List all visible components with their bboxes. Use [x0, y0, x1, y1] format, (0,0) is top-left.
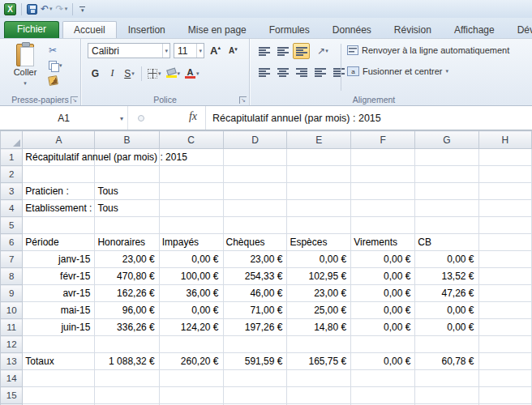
- cell-E4[interactable]: [287, 200, 351, 217]
- cell-A11[interactable]: juin-15: [23, 319, 95, 336]
- cell-D1[interactable]: [223, 149, 287, 166]
- cell-C5[interactable]: [159, 217, 223, 234]
- cell-G2[interactable]: [415, 166, 478, 183]
- redo-button[interactable]: ↷▾: [56, 4, 68, 14]
- cell-E5[interactable]: [287, 217, 351, 234]
- formula-bar-splitter[interactable]: [138, 115, 144, 122]
- column-header-C[interactable]: C: [159, 131, 223, 149]
- cell-B13[interactable]: 1 088,32 €: [95, 353, 159, 370]
- row-header-14[interactable]: 14: [1, 370, 23, 387]
- cell-C10[interactable]: 0,00 €: [159, 302, 223, 319]
- cell-C2[interactable]: [159, 166, 223, 183]
- cell-E15[interactable]: [287, 387, 351, 404]
- cell-H13[interactable]: [478, 353, 531, 370]
- cell-A7[interactable]: janv-15: [23, 251, 95, 268]
- align-right-button[interactable]: [293, 64, 310, 80]
- cell-A8[interactable]: févr-15: [23, 268, 95, 285]
- cell-E2[interactable]: [287, 166, 351, 183]
- font-size-combo[interactable]: 11▾: [174, 43, 204, 58]
- cell-G3[interactable]: [415, 183, 478, 200]
- column-header-F[interactable]: F: [351, 131, 415, 149]
- cell-F6[interactable]: Virements: [351, 234, 415, 251]
- cell-D14[interactable]: [223, 370, 287, 387]
- cell-H11[interactable]: [478, 319, 531, 336]
- row-header-5[interactable]: 5: [1, 217, 23, 234]
- cell-F12[interactable]: [351, 336, 415, 353]
- cell-D10[interactable]: 71,00 €: [223, 302, 287, 319]
- tab-affichage[interactable]: Affichage: [443, 21, 506, 38]
- cell-D4[interactable]: [223, 200, 287, 217]
- middle-align-button[interactable]: [274, 43, 291, 59]
- row-header-9[interactable]: 9: [1, 285, 23, 302]
- cell-C3[interactable]: [159, 183, 223, 200]
- italic-button[interactable]: I: [105, 66, 120, 82]
- cell-D7[interactable]: 23,00 €: [223, 251, 287, 268]
- cell-G12[interactable]: [415, 336, 478, 353]
- orientation-button[interactable]: ↗▾: [311, 43, 334, 59]
- increase-font-size-button[interactable]: A▴: [208, 45, 223, 57]
- cell-H15[interactable]: [478, 387, 531, 404]
- cell-B7[interactable]: 23,00 €: [95, 251, 159, 268]
- row-header-3[interactable]: 3: [1, 183, 23, 200]
- cell-F14[interactable]: [351, 370, 415, 387]
- cell-F1[interactable]: [351, 149, 415, 166]
- cell-G5[interactable]: [415, 217, 478, 234]
- cell-H3[interactable]: [478, 183, 531, 200]
- cell-B12[interactable]: [95, 336, 159, 353]
- row-header-4[interactable]: 4: [1, 200, 23, 217]
- copy-button[interactable]: ▾: [47, 58, 78, 73]
- wrap-text-button[interactable]: Renvoyer à la ligne automatiquement: [347, 45, 509, 55]
- cell-B2[interactable]: [95, 166, 159, 183]
- cell-B14[interactable]: [95, 370, 159, 387]
- cut-button[interactable]: ✂: [47, 42, 78, 58]
- row-header-6[interactable]: 6: [1, 234, 23, 251]
- cell-A6[interactable]: Période: [23, 234, 95, 251]
- cell-F15[interactable]: [351, 387, 415, 404]
- cell-C11[interactable]: 124,20 €: [159, 319, 223, 336]
- cell-G10[interactable]: 0,00 €: [415, 302, 478, 319]
- cell-E8[interactable]: 102,95 €: [287, 268, 351, 285]
- undo-button[interactable]: ↶▾: [41, 4, 53, 14]
- bottom-align-button[interactable]: [293, 43, 310, 59]
- row-header-1[interactable]: 1: [1, 149, 23, 166]
- row-header-10[interactable]: 10: [1, 302, 23, 319]
- cell-C8[interactable]: 100,00 €: [159, 268, 223, 285]
- cell-G1[interactable]: [415, 149, 478, 166]
- cell-C9[interactable]: 36,00 €: [159, 285, 223, 302]
- font-dialog-launcher[interactable]: ↘: [239, 96, 247, 104]
- cell-G11[interactable]: 0,00 €: [415, 319, 478, 336]
- cell-F13[interactable]: 0,00 €: [351, 353, 415, 370]
- cell-D5[interactable]: [223, 217, 287, 234]
- cell-G13[interactable]: 60,78 €: [415, 353, 478, 370]
- cell-G15[interactable]: [415, 387, 478, 404]
- cell-H7[interactable]: [478, 251, 531, 268]
- insert-function-button[interactable]: fx: [189, 110, 197, 123]
- cell-C4[interactable]: [159, 200, 223, 217]
- cell-D3[interactable]: [223, 183, 287, 200]
- row-header-13[interactable]: 13: [1, 353, 23, 370]
- cell-A3[interactable]: Praticien :: [23, 183, 95, 200]
- cell-A2[interactable]: [23, 166, 95, 183]
- cell-E3[interactable]: [287, 183, 351, 200]
- cell-G9[interactable]: 47,26 €: [415, 285, 478, 302]
- row-header-11[interactable]: 11: [1, 319, 23, 336]
- cell-B8[interactable]: 470,80 €: [95, 268, 159, 285]
- cell-C13[interactable]: 260,20 €: [159, 353, 223, 370]
- decrease-font-size-button[interactable]: A▾: [226, 46, 240, 55]
- cell-D9[interactable]: 46,00 €: [223, 285, 287, 302]
- row-header-12[interactable]: 12: [1, 336, 23, 353]
- fill-color-button[interactable]: ▾: [165, 66, 182, 82]
- increase-indent-button[interactable]: [330, 64, 347, 80]
- cell-E1[interactable]: [287, 149, 351, 166]
- cell-A12[interactable]: [23, 336, 95, 353]
- cell-G14[interactable]: [415, 370, 478, 387]
- tab-donnees[interactable]: Données: [321, 21, 383, 38]
- cell-H2[interactable]: [478, 166, 531, 183]
- column-header-E[interactable]: E: [287, 131, 351, 149]
- cell-F10[interactable]: 0,00 €: [351, 302, 415, 319]
- cell-D6[interactable]: Chèques: [223, 234, 287, 251]
- column-header-B[interactable]: B: [95, 131, 159, 149]
- excel-logo-icon[interactable]: X: [4, 3, 16, 15]
- tab-developpeur[interactable]: Développeur: [506, 21, 532, 38]
- cell-C6[interactable]: Impayés: [159, 234, 223, 251]
